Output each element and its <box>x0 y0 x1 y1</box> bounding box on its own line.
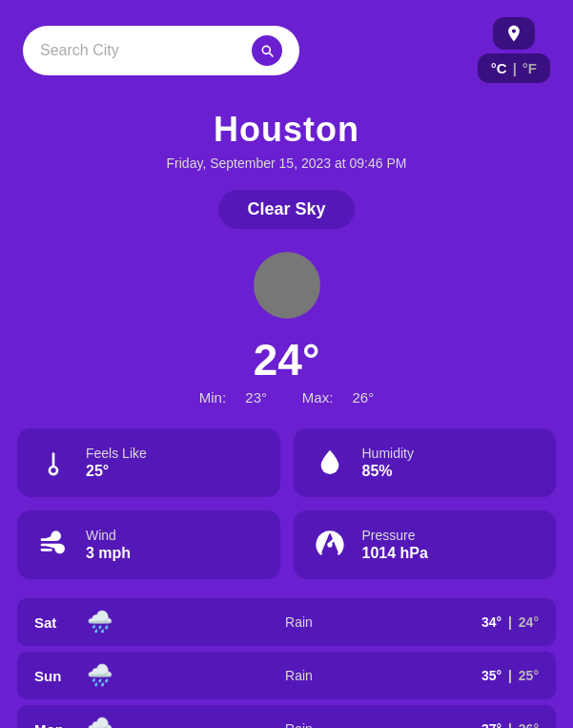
search-icon <box>259 43 275 58</box>
forecast-lo: 25° <box>519 668 539 683</box>
city-name: Houston <box>19 110 554 150</box>
forecast-row-sat: Sat 🌧️ Rain 34° | 24° <box>17 598 556 646</box>
search-input[interactable] <box>40 42 242 59</box>
unit-separator: | <box>513 60 517 76</box>
svg-line-1 <box>330 540 334 544</box>
detail-card-pressure: Pressure 1014 hPa <box>294 510 557 579</box>
detail-label: Pressure <box>362 528 428 543</box>
droplet-icon <box>311 444 349 482</box>
forecast-icon: 🌧️ <box>82 717 116 728</box>
forecast-hi: 37° <box>481 721 501 728</box>
forecast-section: Sat 🌧️ Rain 34° | 24° Sun 🌧️ Rain 35° | … <box>0 593 573 728</box>
detail-card-wind: Wind 3 mph <box>17 510 280 579</box>
city-datetime: Friday, September 15, 2023 at 09:46 PM <box>19 156 554 171</box>
forecast-icon: 🌧️ <box>82 610 116 634</box>
header: °C | °F <box>0 0 573 93</box>
city-section: Houston Friday, September 15, 2023 at 09… <box>0 93 573 229</box>
detail-label: Humidity <box>362 446 414 461</box>
forecast-lo: 24° <box>519 614 539 630</box>
forecast-hi: 34° <box>481 614 501 630</box>
detail-label: Wind <box>86 528 131 543</box>
wind-icon <box>34 526 72 564</box>
temperature-section: 24° Min: 23° Max: 26° <box>0 334 573 406</box>
detail-text-pressure: Pressure 1014 hPa <box>362 528 428 562</box>
detail-cards: Feels Like 25° Humidity 85% Wind 3 mph <box>0 406 573 593</box>
unit-toggle[interactable]: °C | °F <box>478 53 550 83</box>
weather-icon-wrap <box>0 252 573 319</box>
unit-toggle-wrap: °C | °F <box>478 17 550 83</box>
detail-text-humidity: Humidity 85% <box>362 446 414 480</box>
temp-min: 23° <box>245 389 267 406</box>
thermometer-icon <box>34 444 72 482</box>
condition-pill: Clear Sky <box>218 190 354 229</box>
unit-fahrenheit[interactable]: °F <box>522 60 537 76</box>
temp-max-label: Max: <box>302 389 334 406</box>
detail-value: 25° <box>86 463 147 480</box>
search-bar <box>23 26 299 75</box>
location-icon-button[interactable] <box>493 17 535 50</box>
forecast-row-mon: Mon 🌧️ Rain 37° | 26° <box>17 705 556 728</box>
forecast-temps: 37° | 26° <box>481 721 539 728</box>
temp-min-label: Min: <box>199 389 226 406</box>
forecast-lo: 26° <box>519 721 539 728</box>
forecast-row-sun: Sun 🌧️ Rain 35° | 25° <box>17 652 556 699</box>
location-icon <box>504 24 523 43</box>
detail-card-feels-like: Feels Like 25° <box>17 428 280 497</box>
gauge-icon <box>311 526 349 564</box>
forecast-condition: Rain <box>116 721 481 728</box>
forecast-icon: 🌧️ <box>82 663 116 688</box>
detail-label: Feels Like <box>86 446 147 461</box>
forecast-day: Mon <box>34 721 82 729</box>
forecast-sep: | <box>508 721 516 728</box>
forecast-sep: | <box>508 668 516 683</box>
forecast-condition: Rain <box>116 614 481 630</box>
weather-icon-circle <box>254 252 320 319</box>
forecast-day: Sat <box>34 614 82 631</box>
temp-max: 26° <box>353 389 375 406</box>
search-button[interactable] <box>252 35 282 66</box>
detail-card-humidity: Humidity 85% <box>294 428 557 497</box>
detail-value: 3 mph <box>86 545 131 562</box>
forecast-hi: 35° <box>481 668 501 683</box>
temperature-range: Min: 23° Max: 26° <box>0 389 573 406</box>
detail-value: 1014 hPa <box>362 545 428 562</box>
forecast-temps: 35° | 25° <box>481 668 539 683</box>
forecast-temps: 34° | 24° <box>481 614 539 630</box>
detail-text-feels like: Feels Like 25° <box>86 446 147 480</box>
detail-value: 85% <box>362 463 414 480</box>
forecast-condition: Rain <box>116 668 481 683</box>
forecast-day: Sun <box>34 668 82 684</box>
unit-celsius[interactable]: °C <box>491 60 507 76</box>
temperature-main: 24° <box>0 334 573 385</box>
detail-text-wind: Wind 3 mph <box>86 528 131 562</box>
forecast-sep: | <box>508 614 516 630</box>
